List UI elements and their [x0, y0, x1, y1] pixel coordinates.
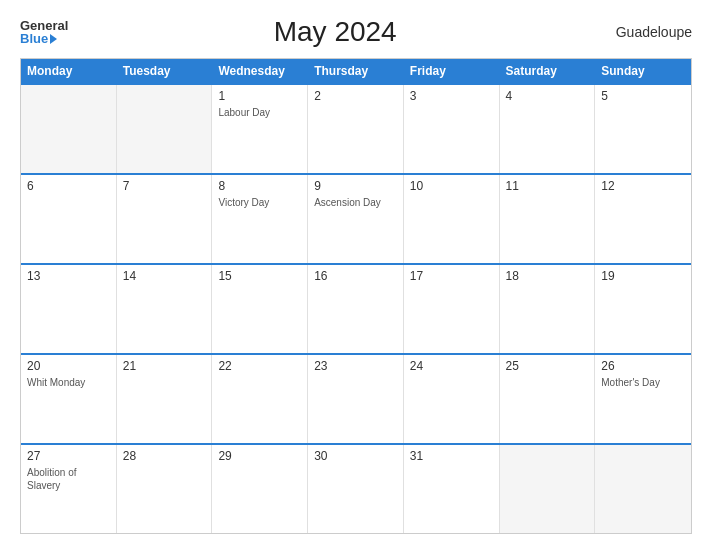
day-number: 12 [601, 179, 685, 193]
weekday-header-saturday: Saturday [500, 59, 596, 83]
day-number: 25 [506, 359, 589, 373]
calendar-week-1: 1Labour Day2345 [21, 83, 691, 173]
calendar-cell: 30 [308, 445, 404, 533]
calendar-cell: 10 [404, 175, 500, 263]
day-number: 11 [506, 179, 589, 193]
calendar-cell: 17 [404, 265, 500, 353]
calendar-cell: 31 [404, 445, 500, 533]
calendar-cell: 29 [212, 445, 308, 533]
weekday-header-sunday: Sunday [595, 59, 691, 83]
calendar-cell [500, 445, 596, 533]
day-number: 18 [506, 269, 589, 283]
calendar-cell: 22 [212, 355, 308, 443]
logo: General Blue [20, 19, 68, 45]
day-number: 14 [123, 269, 206, 283]
calendar-weekday-header: MondayTuesdayWednesdayThursdayFridaySatu… [21, 59, 691, 83]
calendar-cell: 28 [117, 445, 213, 533]
day-number: 19 [601, 269, 685, 283]
calendar-cell: 8Victory Day [212, 175, 308, 263]
calendar-cell: 16 [308, 265, 404, 353]
day-number: 30 [314, 449, 397, 463]
day-event: Abolition of Slavery [27, 466, 110, 492]
calendar-cell: 11 [500, 175, 596, 263]
calendar-cell: 26Mother's Day [595, 355, 691, 443]
day-number: 6 [27, 179, 110, 193]
day-event: Victory Day [218, 196, 301, 209]
day-number: 3 [410, 89, 493, 103]
day-event: Labour Day [218, 106, 301, 119]
calendar-week-2: 678Victory Day9Ascension Day101112 [21, 173, 691, 263]
calendar-cell [21, 85, 117, 173]
weekday-header-friday: Friday [404, 59, 500, 83]
day-number: 7 [123, 179, 206, 193]
calendar-cell: 19 [595, 265, 691, 353]
day-number: 23 [314, 359, 397, 373]
calendar-cell: 25 [500, 355, 596, 443]
weekday-header-thursday: Thursday [308, 59, 404, 83]
region-label: Guadeloupe [602, 24, 692, 40]
calendar-cell: 7 [117, 175, 213, 263]
calendar-cell: 27Abolition of Slavery [21, 445, 117, 533]
calendar-cell: 2 [308, 85, 404, 173]
logo-blue-text: Blue [20, 32, 68, 45]
calendar: MondayTuesdayWednesdayThursdayFridaySatu… [20, 58, 692, 534]
day-number: 24 [410, 359, 493, 373]
calendar-cell [595, 445, 691, 533]
calendar-cell: 13 [21, 265, 117, 353]
weekday-header-tuesday: Tuesday [117, 59, 213, 83]
day-number: 5 [601, 89, 685, 103]
calendar-cell: 20Whit Monday [21, 355, 117, 443]
day-number: 8 [218, 179, 301, 193]
day-number: 26 [601, 359, 685, 373]
calendar-cell: 3 [404, 85, 500, 173]
calendar-cell [117, 85, 213, 173]
calendar-week-3: 13141516171819 [21, 263, 691, 353]
day-event: Mother's Day [601, 376, 685, 389]
logo-triangle-icon [50, 34, 57, 44]
calendar-body: 1Labour Day2345678Victory Day9Ascension … [21, 83, 691, 533]
calendar-cell: 15 [212, 265, 308, 353]
day-number: 2 [314, 89, 397, 103]
day-number: 31 [410, 449, 493, 463]
calendar-title: May 2024 [68, 16, 602, 48]
calendar-header: General Blue May 2024 Guadeloupe [20, 16, 692, 48]
day-number: 21 [123, 359, 206, 373]
day-number: 10 [410, 179, 493, 193]
day-number: 20 [27, 359, 110, 373]
day-number: 28 [123, 449, 206, 463]
calendar-cell: 9Ascension Day [308, 175, 404, 263]
calendar-cell: 12 [595, 175, 691, 263]
day-number: 1 [218, 89, 301, 103]
day-number: 9 [314, 179, 397, 193]
calendar-cell: 23 [308, 355, 404, 443]
day-number: 27 [27, 449, 110, 463]
day-number: 29 [218, 449, 301, 463]
calendar-week-5: 27Abolition of Slavery28293031 [21, 443, 691, 533]
day-number: 17 [410, 269, 493, 283]
calendar-cell: 5 [595, 85, 691, 173]
calendar-cell: 6 [21, 175, 117, 263]
calendar-cell: 18 [500, 265, 596, 353]
calendar-cell: 24 [404, 355, 500, 443]
calendar-cell: 4 [500, 85, 596, 173]
day-number: 22 [218, 359, 301, 373]
calendar-cell: 1Labour Day [212, 85, 308, 173]
calendar-cell: 14 [117, 265, 213, 353]
weekday-header-wednesday: Wednesday [212, 59, 308, 83]
day-number: 16 [314, 269, 397, 283]
calendar-week-4: 20Whit Monday212223242526Mother's Day [21, 353, 691, 443]
day-number: 13 [27, 269, 110, 283]
day-event: Ascension Day [314, 196, 397, 209]
calendar-cell: 21 [117, 355, 213, 443]
day-number: 15 [218, 269, 301, 283]
weekday-header-monday: Monday [21, 59, 117, 83]
day-event: Whit Monday [27, 376, 110, 389]
day-number: 4 [506, 89, 589, 103]
